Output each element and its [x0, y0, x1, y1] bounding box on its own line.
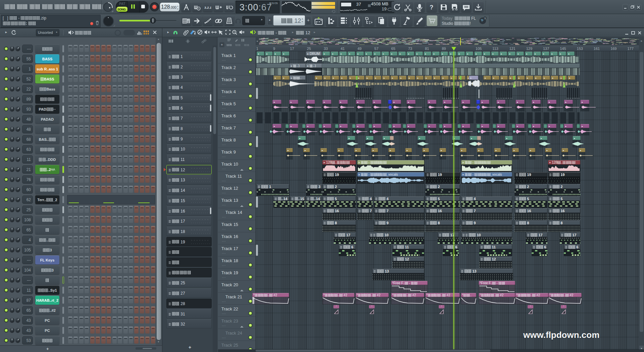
- svg-text:?: ?: [430, 4, 433, 11]
- svg-text:3.2.1: 3.2.1: [204, 6, 211, 9]
- svg-text:1: 1: [484, 17, 486, 20]
